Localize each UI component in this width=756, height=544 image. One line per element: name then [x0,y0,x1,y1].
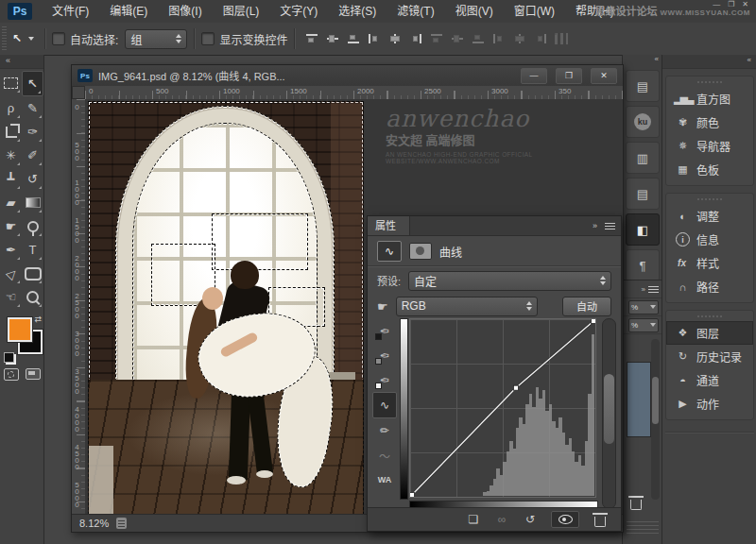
doc-close-button[interactable]: ✕ [591,68,617,84]
layers-scrollbar[interactable] [651,339,660,500]
preset-select[interactable]: 自定 [408,271,611,291]
doc-maximize-button[interactable]: ❐ [556,68,582,84]
lasso-tool[interactable]: ρ [0,96,22,120]
status-info-icon[interactable] [116,518,127,529]
toggle-previous-state-icon[interactable]: ∞ [494,513,509,526]
photo-image[interactable] [88,101,364,515]
shape-tool[interactable] [22,262,43,285]
pencil-curve-tool[interactable]: ✏ [372,418,397,443]
path-selection-tool[interactable]: ▷ [0,262,22,285]
panel-scrollbar[interactable] [602,318,616,509]
eyedropper-tool[interactable]: ✑ [22,120,43,144]
collapsed-panel-properties[interactable]: ◧ [626,213,660,246]
panel-info[interactable]: i信息 [666,228,753,251]
app-close-button[interactable]: ✕ [742,0,748,8]
panel-color[interactable]: ✾颜色 [666,110,753,134]
show-transform-controls-checkbox[interactable] [201,32,215,45]
panel-menu-icon[interactable] [605,223,615,230]
curves-grid[interactable] [409,318,596,498]
delete-layer-icon[interactable] [630,500,642,510]
scrollbar-thumb[interactable] [604,374,614,444]
gradient-tool[interactable] [22,191,43,214]
black-point-eyedropper[interactable]: ✑ [372,318,397,343]
curve-line[interactable] [410,319,595,497]
opacity-select[interactable]: % [628,300,659,314]
menu-item-5[interactable]: 选择(S) [328,0,387,23]
panel-layers[interactable]: ❖图层 [666,321,753,345]
align-right-edges[interactable] [409,33,422,44]
menu-item-0[interactable]: 文件(F) [42,0,99,23]
gray-point-eyedropper[interactable]: ✑ [372,343,397,367]
pen-tool[interactable]: ✒ [0,238,22,262]
menu-item-2[interactable]: 图像(I) [158,0,212,23]
panel-navigator[interactable]: ✵导航器 [666,134,753,158]
swap-colors-icon[interactable]: ⇄ [34,314,42,324]
fill-select[interactable]: % [628,318,659,332]
panel-adjustments[interactable]: ◐调整 [666,204,753,228]
menu-item-3[interactable]: 图层(L) [213,0,270,23]
clone-stamp-tool[interactable]: ┻ [0,167,22,191]
align-bottom-edges[interactable] [347,33,360,44]
auto-button[interactable]: 自动 [562,297,611,316]
panel-histogram[interactable]: ▂▅▃直方图 [666,87,753,110]
doc-minimize-button[interactable]: — [521,68,547,84]
eraser-tool[interactable]: ▰ [0,191,22,214]
layer-mask-icon[interactable] [409,243,432,260]
quick-selection-tool[interactable]: ✎ [22,96,43,120]
quick-mask-button[interactable] [4,368,19,381]
zoom-level-field[interactable]: 8.12% [79,518,109,529]
dodge-tool[interactable] [22,214,43,238]
menu-item-4[interactable]: 文字(Y) [269,0,328,23]
curves-adjustment-icon[interactable]: ∿ [377,241,402,262]
collapsed-panel-paragraph[interactable]: ¶ [626,249,660,281]
menu-item-6[interactable]: 滤镜(T) [387,0,444,23]
toolbar-collapse-button[interactable]: « [0,55,43,69]
targeted-adjustment-tool[interactable]: WA [372,468,397,492]
align-vertical-centers[interactable] [326,33,339,44]
move-tool[interactable]: ↖ [22,71,43,96]
edit-curve-points-tool[interactable]: ∿ [372,392,397,418]
collapsed-panel-clone-source[interactable]: ▥ [626,142,660,174]
zoom-tool[interactable] [22,285,43,309]
smudge-tool[interactable]: ☛ [0,214,22,238]
document-title-bar[interactable]: Ps IMG_9641.psd @ 8.12% (曲线 4, RGB... — … [72,65,623,87]
collapsed-panel-kuler[interactable]: ku [626,106,660,138]
menu-item-8[interactable]: 窗口(W) [504,0,565,23]
panel-actions[interactable]: ▶动作 [666,392,753,416]
type-tool[interactable]: T [22,238,43,262]
channel-select[interactable]: RGB [396,297,538,316]
panel-menu-icon[interactable] [648,286,659,293]
panel-swatches[interactable]: ▦色板 [666,158,753,181]
auto-select-checkbox[interactable] [52,32,65,45]
dock-collapse-button[interactable]: « [662,55,756,69]
collapsed-panel-tool-presets[interactable]: ▤ [626,70,660,102]
targeted-adjustment-hand-icon[interactable]: ☛ [377,299,388,314]
layer-thumbnail[interactable] [627,362,651,437]
menu-item-7[interactable]: 视图(V) [445,0,504,23]
auto-select-target-select[interactable]: 组 [125,29,187,49]
rectangular-marquee-tool[interactable] [0,71,22,94]
app-minimize-button[interactable]: — [713,0,720,8]
collapsed-panel-notes[interactable]: ▤ [626,178,660,210]
tool-preset-dropdown-icon[interactable] [28,37,34,41]
spot-healing-brush-tool[interactable]: ✳ [0,144,22,167]
align-horizontal-centers[interactable] [388,33,402,44]
app-maximize-button[interactable]: ❐ [728,0,734,8]
hand-tool[interactable]: ☜ [0,285,22,309]
panel-expand-icon[interactable]: » [642,285,645,294]
foreground-color-swatch[interactable] [8,317,32,342]
visibility-eye-icon[interactable] [551,511,579,528]
align-top-edges[interactable] [305,33,318,44]
clip-to-layer-icon[interactable]: ❏ [466,513,481,526]
default-colors-icon[interactable] [4,352,14,363]
screen-mode-button[interactable] [26,368,41,380]
panel-history[interactable]: ↻历史记录 [666,345,753,368]
white-point-eyedropper[interactable]: ✑ [372,367,397,392]
panel-channels[interactable]: ◓通道 [666,368,753,392]
strip-collapse-button[interactable]: « [623,55,662,66]
panel-styles[interactable]: fx样式 [666,251,753,275]
panel-expand-icon[interactable]: » [593,221,597,230]
history-brush-tool[interactable]: ↺ [22,167,43,191]
delete-adjustment-icon[interactable] [593,513,608,527]
align-left-edges[interactable] [368,33,381,44]
